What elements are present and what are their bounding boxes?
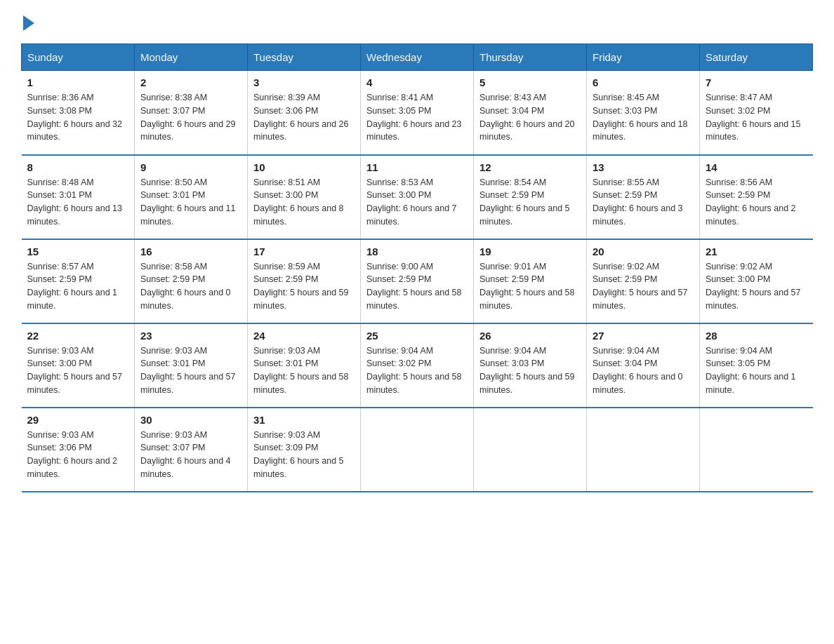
- calendar-cell: [700, 408, 813, 492]
- day-info: Sunrise: 9:04 AM Sunset: 3:02 PM Dayligh…: [366, 344, 468, 397]
- calendar-cell: 21 Sunrise: 9:02 AM Sunset: 3:00 PM Dayl…: [700, 239, 813, 323]
- calendar-cell: 24 Sunrise: 9:03 AM Sunset: 3:01 PM Dayl…: [248, 323, 361, 408]
- calendar-cell: 16 Sunrise: 8:58 AM Sunset: 2:59 PM Dayl…: [135, 239, 248, 323]
- day-info: Sunrise: 8:56 AM Sunset: 2:59 PM Dayligh…: [706, 176, 807, 229]
- calendar-header-row: SundayMondayTuesdayWednesdayThursdayFrid…: [22, 44, 813, 71]
- header-saturday: Saturday: [700, 44, 813, 71]
- calendar-cell: 27 Sunrise: 9:04 AM Sunset: 3:04 PM Dayl…: [587, 323, 700, 408]
- calendar-cell: [587, 408, 700, 492]
- calendar-week-row: 29 Sunrise: 9:03 AM Sunset: 3:06 PM Dayl…: [22, 408, 813, 492]
- day-number: 5: [479, 76, 581, 88]
- calendar-cell: 22 Sunrise: 9:03 AM Sunset: 3:00 PM Dayl…: [22, 323, 135, 408]
- logo: [21, 14, 34, 29]
- day-number: 23: [140, 330, 241, 342]
- calendar-cell: 3 Sunrise: 8:39 AM Sunset: 3:06 PM Dayli…: [248, 71, 361, 155]
- calendar-cell: 1 Sunrise: 8:36 AM Sunset: 3:08 PM Dayli…: [22, 71, 135, 155]
- day-number: 9: [140, 161, 241, 173]
- calendar-cell: 10 Sunrise: 8:51 AM Sunset: 3:00 PM Dayl…: [248, 155, 361, 239]
- day-info: Sunrise: 9:02 AM Sunset: 2:59 PM Dayligh…: [593, 260, 694, 313]
- calendar-cell: [361, 408, 474, 492]
- calendar-cell: 8 Sunrise: 8:48 AM Sunset: 3:01 PM Dayli…: [22, 155, 135, 239]
- day-number: 17: [253, 246, 355, 257]
- day-number: 16: [140, 246, 241, 257]
- calendar-cell: 25 Sunrise: 9:04 AM Sunset: 3:02 PM Dayl…: [361, 323, 474, 408]
- day-number: 10: [253, 161, 355, 173]
- calendar-cell: 28 Sunrise: 9:04 AM Sunset: 3:05 PM Dayl…: [700, 323, 813, 408]
- logo-triangle-icon: [23, 15, 34, 31]
- day-number: 4: [366, 76, 468, 88]
- day-info: Sunrise: 9:00 AM Sunset: 2:59 PM Dayligh…: [366, 260, 468, 313]
- calendar-week-row: 8 Sunrise: 8:48 AM Sunset: 3:01 PM Dayli…: [22, 155, 813, 239]
- day-info: Sunrise: 9:02 AM Sunset: 3:00 PM Dayligh…: [706, 260, 807, 313]
- calendar-cell: 19 Sunrise: 9:01 AM Sunset: 2:59 PM Dayl…: [474, 239, 587, 323]
- day-info: Sunrise: 9:03 AM Sunset: 3:01 PM Dayligh…: [253, 344, 355, 397]
- calendar-cell: 17 Sunrise: 8:59 AM Sunset: 2:59 PM Dayl…: [248, 239, 361, 323]
- calendar-week-row: 22 Sunrise: 9:03 AM Sunset: 3:00 PM Dayl…: [22, 323, 813, 408]
- day-info: Sunrise: 9:03 AM Sunset: 3:07 PM Dayligh…: [140, 429, 241, 481]
- day-info: Sunrise: 8:45 AM Sunset: 3:03 PM Dayligh…: [593, 91, 694, 144]
- day-info: Sunrise: 9:03 AM Sunset: 3:01 PM Dayligh…: [140, 344, 241, 397]
- day-info: Sunrise: 8:48 AM Sunset: 3:01 PM Dayligh…: [27, 176, 129, 229]
- calendar-cell: 5 Sunrise: 8:43 AM Sunset: 3:04 PM Dayli…: [474, 71, 587, 155]
- day-number: 8: [27, 161, 129, 173]
- calendar-cell: 23 Sunrise: 9:03 AM Sunset: 3:01 PM Dayl…: [135, 323, 248, 408]
- header-monday: Monday: [135, 44, 248, 71]
- calendar-cell: 20 Sunrise: 9:02 AM Sunset: 2:59 PM Dayl…: [587, 239, 700, 323]
- day-info: Sunrise: 8:39 AM Sunset: 3:06 PM Dayligh…: [253, 91, 355, 144]
- calendar-cell: 31 Sunrise: 9:03 AM Sunset: 3:09 PM Dayl…: [248, 408, 361, 492]
- day-info: Sunrise: 9:03 AM Sunset: 3:00 PM Dayligh…: [27, 344, 129, 397]
- day-number: 29: [27, 414, 129, 426]
- day-info: Sunrise: 8:53 AM Sunset: 3:00 PM Dayligh…: [366, 176, 468, 229]
- calendar-cell: 2 Sunrise: 8:38 AM Sunset: 3:07 PM Dayli…: [135, 71, 248, 155]
- day-info: Sunrise: 8:36 AM Sunset: 3:08 PM Dayligh…: [27, 91, 129, 144]
- day-info: Sunrise: 9:01 AM Sunset: 2:59 PM Dayligh…: [479, 260, 581, 313]
- calendar-cell: 26 Sunrise: 9:04 AM Sunset: 3:03 PM Dayl…: [474, 323, 587, 408]
- day-info: Sunrise: 8:43 AM Sunset: 3:04 PM Dayligh…: [479, 91, 581, 144]
- header-tuesday: Tuesday: [248, 44, 361, 71]
- calendar-cell: 30 Sunrise: 9:03 AM Sunset: 3:07 PM Dayl…: [135, 408, 248, 492]
- day-info: Sunrise: 9:03 AM Sunset: 3:09 PM Dayligh…: [253, 429, 355, 481]
- day-info: Sunrise: 9:04 AM Sunset: 3:03 PM Dayligh…: [479, 344, 581, 397]
- day-number: 22: [27, 330, 129, 342]
- calendar-cell: 11 Sunrise: 8:53 AM Sunset: 3:00 PM Dayl…: [361, 155, 474, 239]
- page-header: [21, 14, 813, 29]
- day-number: 2: [140, 76, 241, 88]
- day-number: 1: [27, 76, 129, 88]
- day-info: Sunrise: 8:58 AM Sunset: 2:59 PM Dayligh…: [140, 260, 241, 313]
- day-number: 30: [140, 414, 241, 426]
- day-info: Sunrise: 8:50 AM Sunset: 3:01 PM Dayligh…: [140, 176, 241, 229]
- day-number: 11: [366, 161, 468, 173]
- calendar-cell: 29 Sunrise: 9:03 AM Sunset: 3:06 PM Dayl…: [22, 408, 135, 492]
- day-number: 19: [479, 246, 581, 257]
- day-info: Sunrise: 8:38 AM Sunset: 3:07 PM Dayligh…: [140, 91, 241, 144]
- calendar-week-row: 15 Sunrise: 8:57 AM Sunset: 2:59 PM Dayl…: [22, 239, 813, 323]
- day-number: 28: [706, 330, 807, 342]
- day-number: 15: [27, 246, 129, 257]
- day-info: Sunrise: 8:59 AM Sunset: 2:59 PM Dayligh…: [253, 260, 355, 313]
- day-number: 18: [366, 246, 468, 257]
- day-number: 12: [479, 161, 581, 173]
- calendar-cell: 4 Sunrise: 8:41 AM Sunset: 3:05 PM Dayli…: [361, 71, 474, 155]
- calendar-cell: 18 Sunrise: 9:00 AM Sunset: 2:59 PM Dayl…: [361, 239, 474, 323]
- day-info: Sunrise: 9:03 AM Sunset: 3:06 PM Dayligh…: [27, 429, 129, 481]
- day-number: 3: [253, 76, 355, 88]
- day-number: 24: [253, 330, 355, 342]
- day-number: 13: [593, 161, 694, 173]
- day-number: 14: [706, 161, 807, 173]
- day-info: Sunrise: 9:04 AM Sunset: 3:04 PM Dayligh…: [593, 344, 694, 397]
- day-info: Sunrise: 8:55 AM Sunset: 2:59 PM Dayligh…: [593, 176, 694, 229]
- header-wednesday: Wednesday: [361, 44, 474, 71]
- header-thursday: Thursday: [474, 44, 587, 71]
- calendar-cell: 14 Sunrise: 8:56 AM Sunset: 2:59 PM Dayl…: [700, 155, 813, 239]
- day-number: 6: [593, 76, 694, 88]
- header-friday: Friday: [587, 44, 700, 71]
- calendar-cell: [474, 408, 587, 492]
- day-info: Sunrise: 8:41 AM Sunset: 3:05 PM Dayligh…: [366, 91, 468, 144]
- day-number: 20: [593, 246, 694, 257]
- day-info: Sunrise: 8:54 AM Sunset: 2:59 PM Dayligh…: [479, 176, 581, 229]
- calendar-cell: 9 Sunrise: 8:50 AM Sunset: 3:01 PM Dayli…: [135, 155, 248, 239]
- day-info: Sunrise: 8:57 AM Sunset: 2:59 PM Dayligh…: [27, 260, 129, 313]
- calendar-cell: 15 Sunrise: 8:57 AM Sunset: 2:59 PM Dayl…: [22, 239, 135, 323]
- day-number: 26: [479, 330, 581, 342]
- day-info: Sunrise: 9:04 AM Sunset: 3:05 PM Dayligh…: [706, 344, 807, 397]
